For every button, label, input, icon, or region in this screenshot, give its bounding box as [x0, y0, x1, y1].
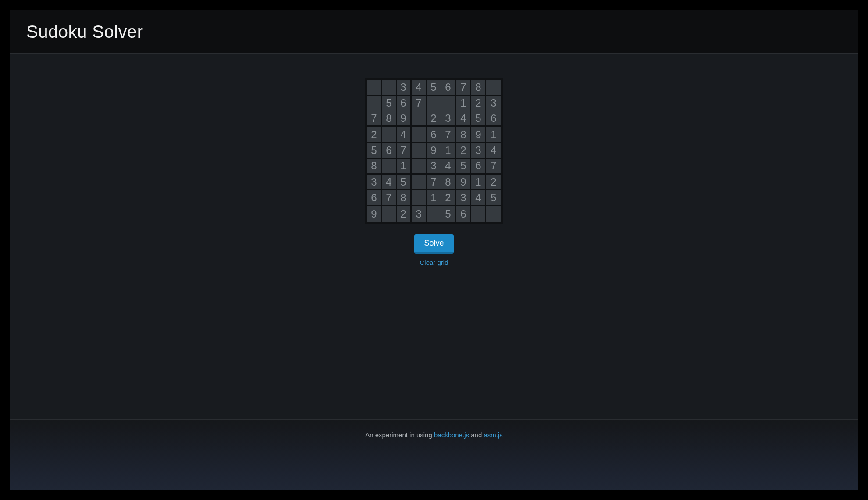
sudoku-cell[interactable]: 7 — [412, 96, 427, 111]
sudoku-cell[interactable] — [382, 127, 397, 143]
footer-text: An experiment in using — [365, 431, 434, 439]
header: Sudoku Solver — [10, 10, 858, 54]
page-title: Sudoku Solver — [26, 22, 842, 42]
sudoku-cell[interactable]: 7 — [456, 80, 471, 96]
sudoku-cell[interactable] — [427, 206, 441, 222]
controls: Solve Clear grid — [10, 234, 858, 266]
sudoku-cell[interactable]: 7 — [397, 143, 412, 159]
sudoku-cell[interactable]: 4 — [397, 127, 412, 143]
app-frame: Sudoku Solver 3 4 5 6 7 8 — [10, 10, 858, 490]
sudoku-row: 7 8 9 2 3 4 5 6 — [367, 111, 501, 127]
sudoku-cell[interactable]: 1 — [486, 127, 501, 143]
main: 3 4 5 6 7 8 5 6 7 — [10, 54, 858, 293]
sudoku-cell[interactable]: 6 — [382, 143, 397, 159]
sudoku-cell[interactable]: 6 — [486, 111, 501, 127]
sudoku-cell[interactable]: 5 — [397, 175, 412, 190]
sudoku-cell[interactable]: 3 — [456, 190, 471, 206]
sudoku-cell[interactable]: 2 — [441, 190, 456, 206]
sudoku-cell[interactable] — [382, 159, 397, 175]
sudoku-cell[interactable] — [382, 80, 397, 96]
sudoku-cell[interactable]: 3 — [471, 143, 486, 159]
sudoku-cell[interactable] — [367, 80, 382, 96]
sudoku-cell[interactable]: 4 — [412, 80, 427, 96]
sudoku-cell[interactable] — [471, 206, 486, 222]
sudoku-cell[interactable]: 5 — [456, 159, 471, 175]
sudoku-cell[interactable]: 6 — [471, 159, 486, 175]
sudoku-cell[interactable]: 6 — [397, 96, 412, 111]
sudoku-cell[interactable]: 7 — [367, 111, 382, 127]
sudoku-cell[interactable]: 3 — [441, 111, 456, 127]
sudoku-cell[interactable] — [412, 190, 427, 206]
sudoku-cell[interactable]: 8 — [397, 190, 412, 206]
sudoku-cell[interactable]: 9 — [397, 111, 412, 127]
sudoku-cell[interactable]: 4 — [441, 159, 456, 175]
sudoku-cell[interactable]: 1 — [441, 143, 456, 159]
sudoku-cell[interactable] — [412, 159, 427, 175]
sudoku-cell[interactable]: 9 — [471, 127, 486, 143]
sudoku-cell[interactable]: 8 — [471, 80, 486, 96]
sudoku-row: 3 4 5 6 7 8 — [367, 80, 501, 96]
sudoku-cell[interactable] — [486, 206, 501, 222]
sudoku-cell[interactable] — [367, 96, 382, 111]
sudoku-cell[interactable]: 8 — [441, 175, 456, 190]
clear-grid-link[interactable]: Clear grid — [10, 259, 858, 266]
sudoku-cell[interactable]: 2 — [367, 127, 382, 143]
asmjs-link[interactable]: asm.js — [484, 431, 502, 439]
sudoku-cell[interactable]: 6 — [456, 206, 471, 222]
sudoku-cell[interactable]: 4 — [382, 175, 397, 190]
sudoku-cell[interactable] — [412, 111, 427, 127]
sudoku-cell[interactable]: 2 — [456, 143, 471, 159]
sudoku-row: 5 6 7 1 2 3 — [367, 96, 501, 111]
sudoku-cell[interactable]: 2 — [397, 206, 412, 222]
sudoku-row: 9 2 3 5 6 — [367, 206, 501, 222]
sudoku-cell[interactable]: 9 — [427, 143, 441, 159]
sudoku-cell[interactable]: 5 — [427, 80, 441, 96]
sudoku-cell[interactable]: 3 — [412, 206, 427, 222]
sudoku-cell[interactable]: 1 — [427, 190, 441, 206]
sudoku-cell[interactable]: 5 — [486, 190, 501, 206]
backbone-link[interactable]: backbone.js — [434, 431, 469, 439]
sudoku-cell[interactable]: 2 — [486, 175, 501, 190]
sudoku-cell[interactable]: 6 — [367, 190, 382, 206]
sudoku-cell[interactable]: 8 — [382, 111, 397, 127]
sudoku-board: 3 4 5 6 7 8 5 6 7 — [367, 80, 501, 222]
sudoku-cell[interactable] — [427, 96, 441, 111]
sudoku-cell[interactable] — [412, 175, 427, 190]
sudoku-row: 3 4 5 7 8 9 1 2 — [367, 175, 501, 190]
sudoku-row: 5 6 7 9 1 2 3 4 — [367, 143, 501, 159]
sudoku-cell[interactable]: 5 — [382, 96, 397, 111]
sudoku-cell[interactable]: 9 — [456, 175, 471, 190]
sudoku-cell[interactable]: 8 — [456, 127, 471, 143]
sudoku-cell[interactable]: 2 — [427, 111, 441, 127]
sudoku-cell[interactable]: 7 — [382, 190, 397, 206]
sudoku-cell[interactable]: 7 — [486, 159, 501, 175]
sudoku-cell[interactable]: 3 — [397, 80, 412, 96]
sudoku-cell[interactable]: 1 — [471, 175, 486, 190]
solve-button[interactable]: Solve — [414, 234, 453, 254]
sudoku-cell[interactable]: 5 — [367, 143, 382, 159]
sudoku-cell[interactable]: 3 — [367, 175, 382, 190]
sudoku-cell[interactable]: 8 — [367, 159, 382, 175]
sudoku-cell[interactable]: 4 — [486, 143, 501, 159]
sudoku-cell[interactable] — [412, 143, 427, 159]
sudoku-cell[interactable]: 9 — [367, 206, 382, 222]
sudoku-cell[interactable]: 3 — [486, 96, 501, 111]
sudoku-cell[interactable] — [382, 206, 397, 222]
sudoku-cell[interactable]: 4 — [456, 111, 471, 127]
sudoku-cell[interactable] — [412, 127, 427, 143]
sudoku-row: 2 4 6 7 8 9 1 — [367, 127, 501, 143]
sudoku-cell[interactable]: 6 — [427, 127, 441, 143]
sudoku-board-wrap: 3 4 5 6 7 8 5 6 7 — [365, 78, 503, 224]
sudoku-cell[interactable]: 4 — [471, 190, 486, 206]
sudoku-cell[interactable]: 5 — [471, 111, 486, 127]
sudoku-cell[interactable]: 1 — [397, 159, 412, 175]
sudoku-cell[interactable]: 7 — [427, 175, 441, 190]
sudoku-cell[interactable]: 6 — [441, 80, 456, 96]
sudoku-cell[interactable]: 3 — [427, 159, 441, 175]
sudoku-cell[interactable] — [486, 80, 501, 96]
sudoku-cell[interactable] — [441, 96, 456, 111]
sudoku-cell[interactable]: 1 — [456, 96, 471, 111]
sudoku-cell[interactable]: 5 — [441, 206, 456, 222]
sudoku-cell[interactable]: 2 — [471, 96, 486, 111]
sudoku-cell[interactable]: 7 — [441, 127, 456, 143]
